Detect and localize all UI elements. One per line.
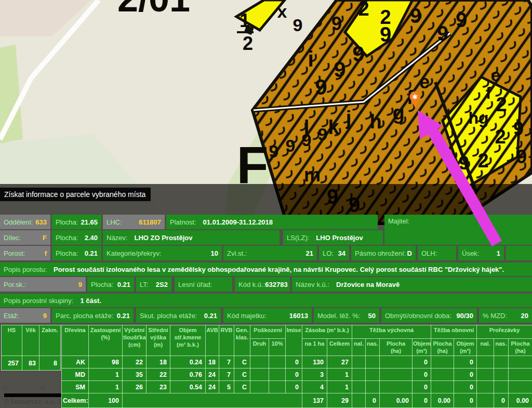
field-lo: LO: 34: [319, 246, 349, 260]
species-tbody: AK9822180.24187C01302700MD135220.76247C0…: [62, 356, 532, 408]
field-value: 632783: [265, 281, 287, 288]
table-cell: 0: [413, 356, 431, 368]
table-cell: [352, 381, 366, 393]
table-cell: 0: [413, 393, 431, 408]
table-cell: 0: [286, 381, 302, 393]
column-header: Imise: [286, 325, 302, 356]
field-label: Dílec:: [4, 234, 21, 242]
field-value: 20: [521, 312, 528, 320]
table-cell: [380, 368, 413, 381]
table-cell: [431, 356, 454, 368]
table-cell: 1: [89, 381, 123, 393]
table-cell: [250, 381, 269, 393]
table-cell: [250, 356, 269, 368]
table-row: 257838: [2, 356, 61, 371]
table-cell: [380, 356, 413, 368]
column-header: RVB: [219, 325, 234, 356]
field-etaz: Etáž: 9: [0, 308, 50, 323]
field-value: D: [407, 249, 412, 257]
table-cell: 1: [327, 368, 352, 381]
column-header: na 1 ha: [302, 339, 327, 356]
column-header: Plocha (ha): [509, 339, 532, 356]
field-label: Obmýtí/obnovní doba:: [385, 312, 451, 320]
column-header: Věk: [22, 325, 39, 356]
table-cell: 98: [89, 356, 123, 368]
table-cell: 8: [39, 356, 61, 371]
column-header: Plocha (ha): [431, 339, 454, 356]
table-cell: [477, 368, 494, 381]
stand-summary-table: HS Věk Zakm. 257838: [1, 325, 61, 371]
field-value: 34: [338, 249, 345, 257]
field-porost: Porost: f: [0, 246, 50, 260]
table-cell: 23: [147, 381, 170, 393]
field-obmyti: Obmýtí/obnovní doba: 90/30: [381, 308, 477, 323]
table-cell: 0.54: [170, 381, 206, 393]
field-value: Porost součástí izolovaného lesa v zeměd…: [54, 266, 504, 273]
field-majitel: Majitel:: [384, 215, 532, 245]
field-value: LHO ZO Prostějov: [134, 234, 192, 242]
column-header: Plocha (ha): [380, 339, 413, 356]
table-cell: 137: [302, 393, 327, 408]
field-dilec: Dílec: F: [0, 230, 50, 245]
field-label: Porost:: [4, 249, 25, 257]
field-value: 21.65: [81, 218, 98, 226]
table-cell: 0.24: [170, 356, 206, 368]
map-tooltip: Získat informace o parcele vybraného mís…: [0, 188, 151, 201]
field-label: Kategorie/překryv:: [107, 249, 162, 257]
table-cell: 1: [327, 381, 352, 393]
table-row: AK9822180.24187C01302700: [62, 356, 532, 368]
column-group-header: Těžba výchovná: [352, 325, 431, 339]
table-cell: [123, 393, 302, 408]
field-value: Držovice na Moravě: [336, 281, 400, 288]
table-cell: [477, 381, 494, 393]
table-cell: [352, 368, 366, 381]
table-cell: C: [234, 356, 250, 368]
table-cell: 0: [366, 393, 380, 408]
field-plocha-porost: Plocha: 0.21: [52, 246, 101, 260]
table-cell: [366, 368, 380, 381]
table-cell: 18: [206, 356, 219, 368]
table-cell: C: [234, 368, 250, 381]
table-cell: [366, 356, 380, 368]
field-label: Model. těž. %:: [317, 312, 360, 320]
field-popis-porostu: Popis porostu: Porost součástí izolované…: [0, 262, 532, 276]
table-cell: 22: [147, 368, 170, 381]
table-cell: 130: [302, 356, 327, 368]
field-label: Plocha:: [56, 234, 78, 242]
field-value: 9: [43, 312, 47, 320]
table-cell: [431, 368, 454, 381]
parcel-info-panel: Oddělení: 633 Plocha: 21.65 LHC: 611807 …: [0, 0, 532, 408]
field-value: 611807: [139, 218, 161, 226]
field-lslz: LS(LZ): LHO Prostějov: [283, 230, 383, 245]
field-porsk: Por.sk.: 9: [0, 277, 86, 292]
field-label: LS(LZ):: [287, 234, 309, 242]
field-value: 1: [497, 249, 500, 257]
field-value: 9: [78, 281, 82, 288]
column-group-header: Poškození: [250, 325, 286, 339]
field-label: LO:: [323, 249, 334, 257]
field-label: Název k.ú.:: [296, 281, 329, 288]
table-cell: 0.00: [431, 393, 454, 408]
field-label: Majitel:: [388, 217, 409, 225]
table-cell: 0: [494, 393, 509, 408]
column-header: 10%: [269, 339, 286, 356]
field-oddeleni: Oddělení: 633: [0, 215, 50, 229]
table-row: MD135220.76247C03100: [62, 368, 532, 381]
field-value: f: [45, 249, 47, 257]
field-value: 0.21: [117, 312, 130, 320]
field-zvlst: Zvl.st.: 21: [223, 246, 317, 260]
column-header: Objem (m³): [454, 339, 477, 356]
column-header: Celkem: [327, 339, 352, 356]
column-header: HS: [2, 325, 22, 356]
field-plocha-porsk: Plocha: 0.21: [87, 277, 134, 292]
table-row: SM126230.54245C04100: [62, 381, 532, 393]
table-cell: 35: [123, 368, 147, 381]
field-lt: LT: 2S2: [136, 277, 171, 292]
table-cell: 0: [286, 356, 302, 368]
summary-tbody: 257838: [2, 356, 61, 371]
field-label: Název:: [107, 234, 127, 242]
table-cell: 257: [2, 356, 22, 371]
table-cell: 5: [219, 381, 234, 393]
table-cell: 24: [206, 368, 219, 381]
table-cell: 0: [454, 356, 477, 368]
